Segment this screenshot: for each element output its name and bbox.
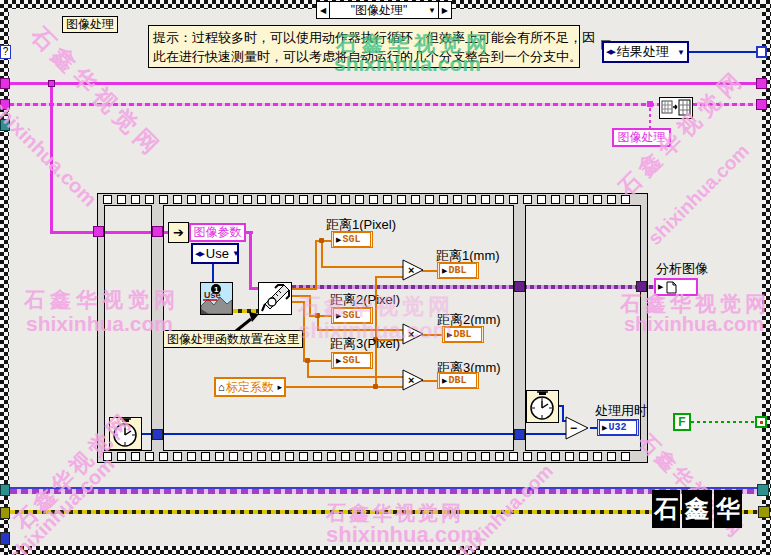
img-icon-badge: 1 — [214, 285, 219, 294]
case-next-arrow-icon[interactable]: ▶ — [438, 2, 451, 18]
wire-junction — [647, 101, 653, 107]
tunnel-left-image-bottom[interactable] — [0, 484, 10, 496]
wire-d1-branch — [321, 266, 403, 268]
wire-cluster-branch-v — [50, 84, 53, 233]
tunnel-left-teal[interactable] — [0, 119, 10, 131]
imaq-copy-node[interactable] — [659, 97, 693, 119]
analyze-image-indicator[interactable]: ▶ — [654, 278, 698, 296]
wire-calibration-b1 — [375, 276, 403, 278]
multiply-node-3[interactable]: × — [401, 368, 425, 392]
imaq-image-node[interactable]: Use 1 — [200, 282, 233, 315]
tunnel-right-boolean[interactable] — [755, 416, 767, 428]
wire-junction — [373, 384, 378, 389]
terminal-arrow-icon: ▶ — [602, 424, 607, 432]
case-selector[interactable]: ◀ "图像处理" ▼ ▶ — [316, 1, 452, 19]
svg-text:×: × — [408, 328, 414, 340]
use-enum-dropdown-icon[interactable]: ▼ — [229, 249, 240, 258]
tunnel-right-error[interactable] — [758, 506, 770, 518]
multiply-node-2[interactable]: × — [401, 322, 425, 346]
case-selector-label[interactable]: "图像处理" — [330, 2, 428, 19]
wire-mult2-out — [422, 334, 443, 336]
sequence-border-left[interactable] — [97, 205, 105, 451]
result-enum-dropdown-icon[interactable]: ▼ — [674, 48, 685, 57]
analyze-image-label: 分析图像 — [656, 260, 708, 278]
wire-boolean — [691, 421, 756, 423]
caliper-icon — [259, 283, 291, 314]
tick-count-node-end[interactable] — [526, 390, 559, 423]
case-dropdown-icon[interactable]: ▼ — [428, 6, 436, 15]
tunnel-right-cluster[interactable] — [756, 78, 767, 89]
wire-d2 — [309, 295, 311, 317]
calibration-local-variable[interactable]: ⌂ 标定系数 ▸ — [214, 377, 286, 397]
case-prev-arrow-icon[interactable]: ◀ — [317, 2, 330, 18]
distance2-pixel-indicator[interactable]: ▶SGL — [331, 307, 373, 324]
tunnel-left-cluster[interactable] — [0, 78, 10, 89]
annotation-label: 图像处理函数放置在这里 — [163, 330, 303, 348]
sequence-frame-divider-2[interactable] — [513, 205, 526, 451]
tunnel-right-image[interactable] — [756, 99, 767, 110]
wire-d2 — [309, 315, 333, 317]
subtract-node[interactable]: − — [563, 414, 591, 442]
watermark-en: shixinhua.com — [326, 522, 480, 548]
result-enum-label[interactable]: 结果处理 — [617, 43, 669, 61]
enum-nav-arrows-icon[interactable]: ◀▶ — [195, 250, 204, 258]
tunnel-tick-frame3[interactable] — [514, 429, 525, 440]
tunnel-image-frame3[interactable] — [514, 281, 525, 292]
tunnel-cluster-in[interactable] — [93, 226, 104, 237]
imaq-image-icon: Use 1 — [201, 283, 232, 314]
distance1-mm-indicator[interactable]: ▶DBL — [437, 262, 479, 279]
distance3-mm-indicator[interactable]: ▶DBL — [437, 372, 479, 389]
distance2-mm-indicator[interactable]: ▶DBL — [442, 326, 484, 343]
svg-text:−: − — [570, 421, 577, 435]
tick-count-node-start[interactable] — [109, 417, 142, 450]
image-display-local-variable[interactable]: 图像处理 — [612, 128, 671, 147]
wire-cluster-top — [9, 82, 757, 85]
multiply-node-1[interactable]: × — [401, 258, 425, 282]
case-selector-terminal[interactable]: ? — [0, 45, 11, 59]
tunnel-right-image-bottom[interactable] — [757, 484, 769, 496]
distance1-pixel-indicator[interactable]: ▶SGL — [331, 231, 373, 248]
imaq-copy-icon — [660, 98, 692, 118]
svg-text:×: × — [408, 264, 414, 276]
watermark-en: shixinhua.com — [448, 460, 558, 555]
tunnel-left-error[interactable] — [0, 507, 10, 519]
sequence-border-bottom[interactable] — [97, 450, 648, 463]
use-enum-label[interactable]: Use — [206, 246, 229, 261]
sequence-border-top[interactable] — [97, 193, 648, 206]
sequence-frame-divider-1[interactable] — [151, 205, 164, 451]
terminal-arrow-icon: ▶ — [447, 331, 452, 339]
tip-line2: 此在进行快速测量时，可以考虑将自动运行的几个分支整合到一个分支中。 — [153, 47, 575, 66]
result-enum-constant[interactable]: ◀▶ 结果处理 ▼ — [602, 41, 689, 63]
tunnel-cluster-frame2[interactable] — [152, 226, 163, 237]
terminal-arrow-icon: ▶ — [336, 236, 341, 244]
logo-char-3: 华 — [714, 490, 742, 528]
distance3-pixel-indicator[interactable]: ▶SGL — [331, 352, 373, 369]
use-enum-constant[interactable]: ◀▶ Use ▼ — [191, 243, 239, 264]
enum-nav-arrows-icon[interactable]: ◀▶ — [606, 48, 615, 56]
wire-d1-branch — [321, 240, 323, 268]
wire-result-enum — [689, 51, 757, 53]
param-label[interactable]: 图像参数 — [189, 223, 246, 242]
wire-d1 — [291, 288, 317, 290]
param-terminal[interactable]: ➔ — [168, 222, 189, 243]
process-time-indicator[interactable]: ▶U32 — [597, 419, 639, 436]
wire-d2 — [291, 295, 310, 297]
clock-icon — [110, 418, 141, 449]
tip-line1: 提示：过程较多时，可以使用动作器执行循环，但效率上可能会有所不足，因 — [153, 28, 575, 47]
wire-junction — [319, 238, 324, 243]
svg-text:×: × — [408, 374, 414, 386]
tunnel-left-image[interactable] — [0, 99, 10, 110]
case-border-bottom[interactable] — [0, 546, 771, 555]
terminal-arrow-icon: ▶ — [336, 312, 341, 320]
tunnel-left-blue[interactable] — [0, 532, 10, 545]
wire-d3-branch — [307, 376, 403, 378]
wire-d2-branch — [317, 329, 403, 331]
terminal-arrow-icon: ▶ — [336, 357, 341, 365]
tunnel-image-out[interactable] — [636, 281, 647, 292]
measure-subvi-node[interactable] — [258, 282, 292, 315]
tunnel-tick-frame2[interactable] — [152, 429, 163, 440]
wire-junction — [48, 80, 55, 87]
case-name-label: 图像处理 — [62, 16, 118, 33]
tunnel-right-enum[interactable] — [756, 46, 767, 58]
false-constant[interactable]: F — [673, 413, 691, 431]
